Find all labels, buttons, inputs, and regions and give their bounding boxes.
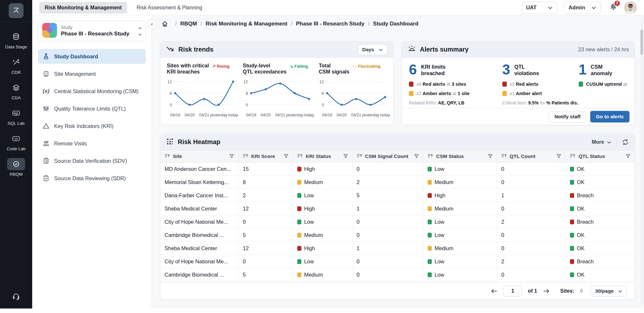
- period-select[interactable]: Days: [358, 44, 387, 55]
- sort-icon[interactable]: [428, 153, 433, 159]
- home-icon[interactable]: [162, 21, 168, 27]
- table-row[interactable]: MD Anderson Cancer Cen...15High0Low0OK: [160, 162, 635, 176]
- table-cell: 0: [353, 215, 424, 228]
- environment-select[interactable]: UAT: [521, 2, 557, 14]
- column-header-csm-status[interactable]: CSM Status: [423, 150, 497, 162]
- red-status-chip: [409, 82, 413, 87]
- status-chip: [297, 272, 301, 277]
- chevron-down-icon[interactable]: [138, 31, 142, 37]
- column-header-qtl-status[interactable]: QTL Status: [566, 150, 635, 162]
- sidebar-item-cda[interactable]: CDA: [7, 82, 25, 100]
- table-row[interactable]: Cambridge Biomedical ...5Medium0Low0OK: [160, 229, 635, 242]
- breadcrumb-item[interactable]: Study Dashboard: [373, 21, 419, 27]
- table-cell: MD Anderson Cancer Cen...: [160, 162, 239, 175]
- green-status-chip: [579, 82, 583, 87]
- chevron-up-icon[interactable]: [138, 25, 142, 31]
- go-to-alerts-button[interactable]: Go to alerts: [590, 111, 630, 122]
- sort-icon[interactable]: [501, 153, 507, 159]
- refresh-icon[interactable]: [622, 139, 629, 145]
- sort-icon[interactable]: [357, 153, 362, 159]
- alert-col-qtl: 3 QTLviolations x2 Red alerts x1 Amber a…: [502, 63, 579, 105]
- sidebar-item-rbqm[interactable]: RBQM: [7, 158, 25, 177]
- study-nav-panel: Study Phase III - Research Study Study D…: [32, 15, 152, 308]
- filter-icon[interactable]: [488, 154, 493, 159]
- user-avatar[interactable]: [624, 1, 637, 14]
- filter-icon[interactable]: [626, 154, 630, 159]
- sort-icon[interactable]: [297, 153, 303, 159]
- table-row[interactable]: Dana-Farber Cancer Inst...2Low5High1Brea…: [160, 189, 635, 202]
- menu-item-study-dashboard[interactable]: Study Dashboard: [38, 49, 146, 64]
- menu-item-remote-visits[interactable]: Remote Visits: [38, 136, 146, 151]
- sidebar-item-data-stage[interactable]: Data Stage: [5, 31, 27, 49]
- table-cell: 1: [353, 202, 424, 215]
- menu-item-site-management[interactable]: Site Management: [38, 66, 146, 81]
- menu-item-kri[interactable]: Key Risk Indicators (KRI): [38, 119, 146, 133]
- study-selector[interactable]: Study Phase III - Research Study: [38, 21, 146, 41]
- filter-icon[interactable]: [284, 154, 289, 159]
- status-chip: [570, 180, 574, 185]
- notify-staff-button[interactable]: Notify staff: [549, 111, 586, 122]
- breadcrumb-item[interactable]: Phase III - Research Study: [296, 21, 365, 27]
- filter-icon[interactable]: [414, 154, 419, 159]
- table-cell: 12: [239, 202, 293, 215]
- sidebar-item-code-lab[interactable]: </> Code Lab: [7, 132, 26, 151]
- status-chip: [297, 246, 301, 251]
- scrollbar-thumb[interactable]: [640, 30, 643, 55]
- role-select[interactable]: Admin: [564, 2, 601, 14]
- status-chip: [297, 193, 301, 198]
- filter-icon[interactable]: [343, 154, 348, 159]
- page-size-select[interactable]: 30/page: [591, 286, 627, 297]
- tab-risk-assessment[interactable]: Risk Assessment & Planning: [131, 2, 208, 14]
- menu-item-sdv[interactable]: Source Data Verification (SDV): [38, 153, 146, 168]
- svg-text:04/21: 04/21: [275, 113, 285, 117]
- filter-icon[interactable]: [556, 154, 561, 159]
- table-row[interactable]: Sheba Medical Center12High1Medium0OK: [160, 242, 635, 255]
- breadcrumb-item[interactable]: Risk Monitoring & Management: [205, 21, 287, 27]
- menu-item-label: Quality Tolerance Limits (QTL): [54, 106, 126, 112]
- prev-page-arrow[interactable]: [490, 289, 497, 294]
- alert-col-csm: 1 CSManomaly CUSUM uptrend at MD An...: [579, 63, 628, 105]
- app-logo[interactable]: [9, 3, 24, 18]
- more-button[interactable]: More: [592, 139, 611, 145]
- wand-icon: [7, 56, 25, 68]
- table-cell: 0: [353, 268, 424, 281]
- next-page-arrow[interactable]: [543, 289, 550, 294]
- column-header-qtl-count[interactable]: QTL Count: [497, 150, 566, 162]
- table-row[interactable]: Sheba Medical Center12High1Medium0OK: [160, 202, 635, 215]
- menu-item-sdr[interactable]: Source Data Reviewing (SDR): [38, 171, 146, 186]
- flask-icon: [42, 53, 50, 60]
- sidebar-item-sql-lab[interactable]: SQL SQL Lab: [7, 107, 25, 126]
- svg-text:today: today: [228, 113, 238, 117]
- menu-item-qtl[interactable]: Quality Tolerance Limits (QTL): [38, 101, 146, 116]
- table-cell: 1: [353, 242, 424, 255]
- column-header-site[interactable]: Site: [160, 150, 239, 162]
- table-row[interactable]: City of Hope National Me...0Low0Low2Brea…: [160, 215, 635, 229]
- notifications-button[interactable]: 7: [609, 3, 618, 13]
- column-header-kri-status[interactable]: KRI Status: [293, 150, 352, 162]
- page-number-input[interactable]: [503, 286, 522, 297]
- tab-risk-monitoring[interactable]: Risk Monitoring & Management: [39, 2, 127, 14]
- status-chip: [428, 167, 432, 171]
- sidebar-item-cdr[interactable]: CDR: [7, 56, 25, 75]
- sort-icon[interactable]: [165, 153, 170, 159]
- svg-text:12: 12: [167, 79, 172, 84]
- scrollbar-track[interactable]: [640, 17, 643, 305]
- sliders-icon: [42, 105, 50, 112]
- table-row[interactable]: Memorial Sloan Kettering...8Medium2Mediu…: [160, 176, 635, 189]
- sort-icon[interactable]: [570, 153, 575, 159]
- table-row[interactable]: City of Hope National Me...0Low0Low2Brea…: [160, 255, 635, 268]
- filter-icon[interactable]: [229, 154, 234, 159]
- table-cell: OK: [566, 229, 635, 241]
- collapse-panel-button[interactable]: ‹: [147, 19, 157, 29]
- table-row[interactable]: Cambridge Biomedical ...5Medium0Low0OK: [160, 268, 635, 281]
- menu-item-csm[interactable]: (x) Central Statistical Monitoring (CSM): [38, 84, 146, 99]
- status-chip: [428, 233, 432, 238]
- column-header-kri-score[interactable]: KRI Score: [239, 150, 293, 162]
- column-header-csm-count[interactable]: CSM Signal Count: [353, 150, 424, 162]
- table-cell: Low: [423, 268, 497, 281]
- breadcrumb-item[interactable]: RBQM: [180, 21, 197, 27]
- sort-icon[interactable]: [243, 153, 248, 159]
- support-button[interactable]: [0, 292, 32, 302]
- trend-col-kri: Sites with criticalKRI breaches ↗ Rising…: [167, 63, 235, 120]
- svg-text:6: 6: [322, 91, 324, 95]
